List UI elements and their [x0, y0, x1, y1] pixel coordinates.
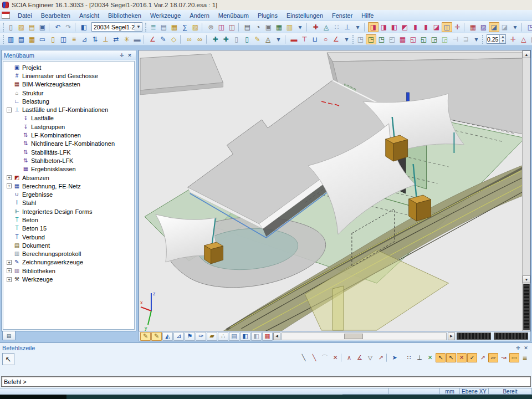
tree-expander[interactable] — [7, 82, 12, 87]
document-menu-icon[interactable] — [2, 12, 10, 19]
save-all-icon[interactable]: ▤ — [27, 22, 37, 32]
activity-grid-icon[interactable]: ▦ — [262, 332, 273, 341]
menu-item[interactable]: Menübaum — [214, 11, 253, 20]
horizontal-scroll-track[interactable] — [282, 332, 447, 340]
snow-generator-icon[interactable]: ✳ — [121, 34, 132, 44]
tree-expander[interactable]: + — [7, 268, 12, 273]
close-icon[interactable]: ✕ — [126, 52, 134, 59]
vertical-scrollbar[interactable]: ▲ ▼ — [522, 50, 530, 331]
tree-item-lastfaelle[interactable]: ↧ Lastfälle — [3, 114, 134, 122]
supports-display-icon[interactable]: ⊿ — [173, 332, 184, 341]
snap-surface-icon[interactable]: ▱ — [488, 353, 498, 362]
tree-item-bim-werkzeugkasten[interactable]: ▦ BIM-Werkzeugkasten — [3, 80, 134, 89]
tree-item-stahl[interactable]: Ⅰ Stahl — [3, 199, 134, 207]
view-flag-4-icon[interactable]: ◰ — [387, 34, 397, 44]
engineering-report-icon[interactable]: ▨ — [190, 22, 201, 32]
spinner-arrows[interactable]: ▲▼ — [499, 35, 505, 43]
document-icon[interactable]: ▥ — [284, 22, 295, 32]
tree-expander[interactable]: − — [7, 108, 12, 112]
view-parameters-all-icon[interactable]: ◧ — [251, 332, 262, 341]
toolbar-grip[interactable] — [145, 23, 146, 32]
crosshair-icon[interactable]: ✛ — [452, 22, 463, 32]
layer-activity-2-icon[interactable]: ✎ — [151, 332, 162, 341]
slab-icon[interactable]: ▤ — [16, 34, 27, 44]
tree-expander[interactable] — [7, 209, 12, 214]
view-flag-1-icon[interactable]: ◳ — [355, 34, 366, 44]
menu-item[interactable]: Ändern — [185, 11, 213, 20]
close-service-icon[interactable]: ⊗ — [206, 22, 216, 32]
section-icon[interactable]: ⊔ — [310, 34, 320, 44]
support-icon[interactable]: ⊥ — [100, 34, 111, 44]
tree-expander[interactable] — [7, 234, 12, 239]
command-input[interactable]: Befehl > — [1, 376, 531, 387]
tree-expander[interactable]: + — [7, 175, 12, 180]
print-preview-icon[interactable]: ◔ — [253, 22, 263, 32]
menu-item[interactable]: Werkzeuge — [146, 11, 185, 20]
tree-expander[interactable] — [7, 90, 12, 95]
tree-item-projekt[interactable]: ▣ Projekt — [3, 63, 134, 71]
snap-clear-icon[interactable]: ✕ — [425, 353, 435, 362]
toolbar-overflow-icon[interactable]: ▾ — [273, 34, 284, 44]
export-icon[interactable]: ▦ — [274, 22, 284, 32]
table-export-icon[interactable]: ▨ — [478, 22, 489, 32]
tree-expander[interactable] — [7, 65, 12, 70]
edit-property-icon[interactable]: ✎ — [252, 34, 263, 44]
result-scale-icon[interactable]: ▦ — [529, 34, 532, 44]
add-member-icon[interactable]: ✚ — [221, 34, 231, 44]
toolbar-grip[interactable] — [3, 35, 4, 44]
new-project-icon[interactable]: ▯ — [6, 22, 16, 32]
tree-item-nichtlineare-lf-kombinationen[interactable]: ⇅ Nichtlineare LF-Kombinationen — [3, 140, 134, 148]
layers-icon[interactable]: ▤ — [158, 22, 169, 32]
horizontal-scroll-thumb[interactable] — [344, 334, 363, 339]
separator[interactable] — [521, 23, 524, 32]
surfaces-display-icon[interactable]: ▰ — [207, 332, 217, 341]
view-flag-9-icon[interactable]: ◲ — [439, 34, 450, 44]
separator[interactable] — [306, 23, 309, 32]
picture-gallery-icon[interactable]: ◫ — [216, 22, 227, 32]
print-icon[interactable]: ▤ — [242, 22, 253, 32]
hinge-icon[interactable]: ⇅ — [90, 34, 100, 44]
rib-icon[interactable]: ◫ — [58, 34, 69, 44]
cursor-snap-mode-icon[interactable]: ➤ — [390, 353, 400, 362]
tree-expander[interactable] — [7, 73, 12, 78]
delete-icon[interactable]: ✕ — [330, 353, 340, 362]
terrain-icon[interactable]: ◬ — [263, 34, 273, 44]
tree-expander[interactable] — [16, 141, 21, 146]
snap-orthogonal-icon[interactable]: ✓ — [467, 353, 477, 362]
toolbar-grip[interactable] — [482, 35, 483, 44]
separator[interactable] — [285, 35, 288, 44]
view-parameters-icon[interactable]: ◧ — [240, 332, 250, 341]
circle-icon[interactable]: ○ — [320, 34, 331, 44]
concrete-combination-icon[interactable]: ◫ — [442, 22, 452, 32]
new-arc-icon[interactable]: ⌒ — [320, 353, 330, 362]
menu-item[interactable]: Hilfe — [357, 11, 378, 20]
separator[interactable] — [238, 23, 241, 32]
tree-item-verbund[interactable]: Τ Verbund — [3, 233, 134, 241]
3d-viewport[interactable]: z x y ▲ ▼ — [139, 50, 531, 331]
link-nodes-icon[interactable]: ∞ — [184, 34, 195, 44]
tree-item-stahlbeton-lfk[interactable]: ⇅ Stahlbeton-LFK — [3, 156, 134, 165]
tree-expander[interactable] — [7, 99, 12, 104]
save-picture-icon[interactable]: ▣ — [263, 22, 274, 32]
wall-icon[interactable]: ▥ — [6, 34, 16, 44]
load-case-1-icon[interactable]: ◨ — [368, 22, 378, 32]
load-scale-icon[interactable]: ✛ — [508, 34, 518, 44]
view-flag-5-icon[interactable]: ▦ — [397, 34, 408, 44]
haunch-icon[interactable]: ⊿ — [79, 34, 90, 44]
view-flag-6-icon[interactable]: ◱ — [408, 34, 418, 44]
tree-item-ergebnisse[interactable]: ∪ Ergebnisse — [3, 190, 134, 198]
paste-property-icon[interactable]: ▯ — [242, 34, 252, 44]
menu-item[interactable]: Einstellungen — [282, 11, 328, 20]
separator[interactable] — [341, 354, 344, 362]
loads-display-icon[interactable]: ⚑ — [185, 332, 195, 341]
tree-item-bibliotheken[interactable]: + ▥ Bibliotheken — [3, 267, 134, 275]
tree-expander[interactable] — [16, 158, 21, 163]
snap-midpoint-icon[interactable]: ↖ — [446, 353, 456, 362]
tree-item-dokument[interactable]: ▤ Dokument — [3, 241, 134, 249]
nonlinear-combination-icon[interactable]: ▮ — [421, 22, 431, 32]
open-project-icon[interactable]: ▨ — [16, 22, 27, 32]
pin-icon[interactable]: ✛ — [514, 344, 522, 351]
filter-on-icon[interactable]: ◪ — [489, 22, 499, 32]
scroll-right-icon[interactable]: ► — [448, 332, 455, 340]
snap-curve-icon[interactable]: ↝ — [499, 353, 509, 362]
